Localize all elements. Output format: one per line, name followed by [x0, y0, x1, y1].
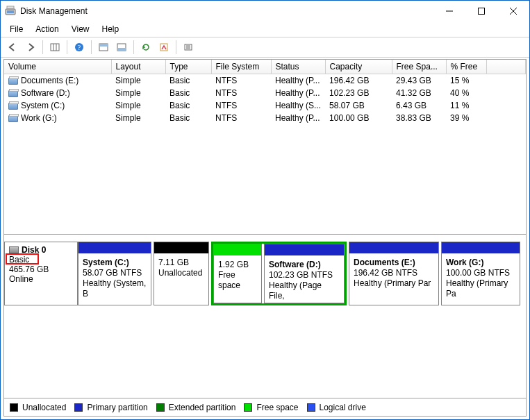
disk-row: Disk 0 Basic 465.76 GB Online System (C:… [4, 242, 526, 305]
legend-swatch [10, 403, 18, 412]
titlebar: Disk Management [1, 1, 529, 22]
partition-title: Software (D:) [269, 260, 321, 269]
volume-icon [8, 115, 18, 122]
legend-label: Primary partition [87, 403, 147, 412]
table-row[interactable]: Software (D:)SimpleBasicNTFSHealthy (P..… [4, 87, 526, 99]
disk-kind: Basic [9, 255, 29, 264]
col-type[interactable]: Type [165, 60, 211, 74]
partition[interactable]: 1.92 GBFree space [213, 244, 262, 303]
cell-fs: NTFS [211, 112, 271, 124]
svg-rect-16 [160, 44, 167, 51]
properties-button[interactable] [156, 39, 172, 56]
partition-title: Work (G:) [446, 258, 483, 267]
col-free[interactable]: Free Spa... [392, 60, 446, 74]
volume-icon [8, 103, 18, 110]
cell-volume: Software (D:) [21, 88, 70, 98]
legend-label: Free space [256, 403, 298, 412]
cell-status: Healthy (P... [271, 112, 325, 124]
table-header-row[interactable]: Volume Layout Type File System Status Ca… [4, 60, 526, 74]
partition-line: 7.11 GB [158, 258, 189, 267]
cell-capacity: 196.42 GB [325, 74, 392, 87]
legend-label: Unallocated [22, 403, 66, 412]
volume-icon [8, 78, 18, 85]
maximize-button[interactable] [465, 1, 497, 22]
col-filesystem[interactable]: File System [211, 60, 271, 74]
cell-volume: System (C:) [21, 101, 65, 110]
partition-title: Documents (E:) [354, 258, 415, 267]
menu-action[interactable]: Action [29, 22, 65, 37]
forward-button[interactable] [22, 39, 39, 56]
volume-list-pane: Volume Layout Type File System Status Ca… [4, 60, 526, 235]
cell-volume: Work (G:) [21, 113, 57, 123]
partition[interactable]: Documents (E:)196.42 GB NTFSHealthy (Pri… [349, 242, 439, 305]
partition[interactable]: System (C:)58.07 GB NTFSHealthy (System,… [78, 242, 151, 305]
svg-text:?: ? [78, 44, 81, 51]
cell-fs: NTFS [211, 87, 271, 99]
show-hide-button[interactable] [47, 39, 63, 56]
legend-swatch [307, 403, 315, 412]
partition-cap [78, 242, 151, 253]
col-status[interactable]: Status [271, 60, 325, 74]
minimize-button[interactable] [433, 1, 465, 22]
help-button[interactable]: ? [71, 39, 88, 56]
back-button[interactable] [4, 39, 21, 56]
legend-label: Extended partition [169, 403, 236, 412]
menu-view[interactable]: View [65, 22, 96, 37]
partition-line: Unallocated [158, 268, 202, 278]
cell-free: 29.43 GB [392, 74, 446, 87]
cell-free: 41.32 GB [392, 87, 446, 99]
svg-rect-4 [479, 8, 485, 15]
legend-swatch [74, 403, 83, 412]
col-spacer [486, 60, 525, 74]
table-row[interactable]: Documents (E:)SimpleBasicNTFSHealthy (P.… [4, 74, 526, 87]
partition-line: 58.07 GB NTFS [83, 268, 142, 278]
refresh-button[interactable] [138, 39, 154, 56]
col-volume[interactable]: Volume [4, 60, 111, 74]
legend-swatch [244, 403, 252, 412]
col-pct[interactable]: % Free [446, 60, 486, 74]
legend: UnallocatedPrimary partitionExtended par… [4, 398, 526, 416]
partition[interactable]: Work (G:)100.00 GB NTFSHealthy (Primary … [441, 242, 520, 305]
partition-line: Free space [218, 270, 240, 290]
partition-line: Healthy (Primary Pa [446, 278, 508, 299]
cell-layout: Simple [111, 74, 165, 87]
disk-header[interactable]: Disk 0 Basic 465.76 GB Online [4, 242, 78, 305]
cell-layout: Simple [111, 112, 165, 124]
cell-layout: Simple [111, 99, 165, 112]
partition[interactable]: Software (D:)102.23 GB NTFSHealthy (Page… [264, 244, 345, 303]
disk-state: Online [9, 274, 73, 284]
partition-line: 196.42 GB NTFS [354, 268, 417, 278]
volume-table[interactable]: Volume Layout Type File System Status Ca… [4, 60, 526, 124]
disk-icon [9, 246, 19, 253]
svg-rect-15 [117, 48, 126, 51]
cell-status: Healthy (P... [271, 74, 325, 87]
partition-line: Healthy (System, B [83, 278, 146, 299]
partition[interactable]: 7.11 GBUnallocated [154, 242, 209, 305]
partition-title: System (C:) [83, 258, 129, 267]
svg-rect-2 [7, 6, 14, 8]
partition-line: Healthy (Primary Par [354, 278, 431, 288]
content: Volume Layout Type File System Status Ca… [3, 59, 527, 417]
graphical-pane: Disk 0 Basic 465.76 GB Online System (C:… [4, 235, 526, 398]
settings-button[interactable] [180, 39, 197, 56]
view-top-button[interactable] [95, 39, 112, 56]
cell-type: Basic [165, 112, 211, 124]
partition-cap [349, 242, 438, 253]
close-button[interactable] [497, 1, 529, 22]
col-layout[interactable]: Layout [111, 60, 165, 74]
volume-icon [8, 90, 18, 97]
view-bottom-button[interactable] [113, 39, 130, 56]
col-capacity[interactable]: Capacity [325, 60, 392, 74]
cell-pct: 39 % [446, 112, 486, 124]
disk-name: Disk 0 [22, 245, 46, 255]
cell-type: Basic [165, 74, 211, 87]
svg-rect-13 [99, 44, 108, 47]
menu-file[interactable]: File [3, 22, 29, 37]
toolbar: ? [1, 37, 529, 58]
partition-cap [265, 244, 344, 255]
cell-capacity: 102.23 GB [325, 87, 392, 99]
cell-free: 38.83 GB [392, 112, 446, 124]
table-row[interactable]: System (C:)SimpleBasicNTFSHealthy (S...5… [4, 99, 526, 112]
table-row[interactable]: Work (G:)SimpleBasicNTFSHealthy (P...100… [4, 112, 526, 124]
menu-help[interactable]: Help [96, 22, 126, 37]
